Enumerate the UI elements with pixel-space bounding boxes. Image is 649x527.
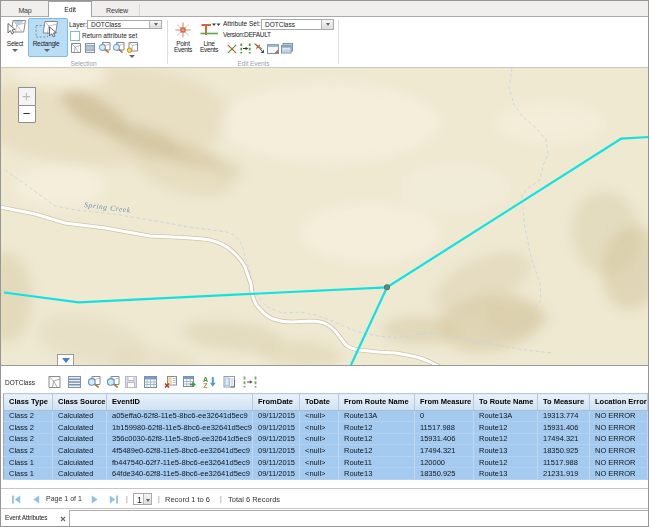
svg-text:Z: Z xyxy=(203,382,208,388)
